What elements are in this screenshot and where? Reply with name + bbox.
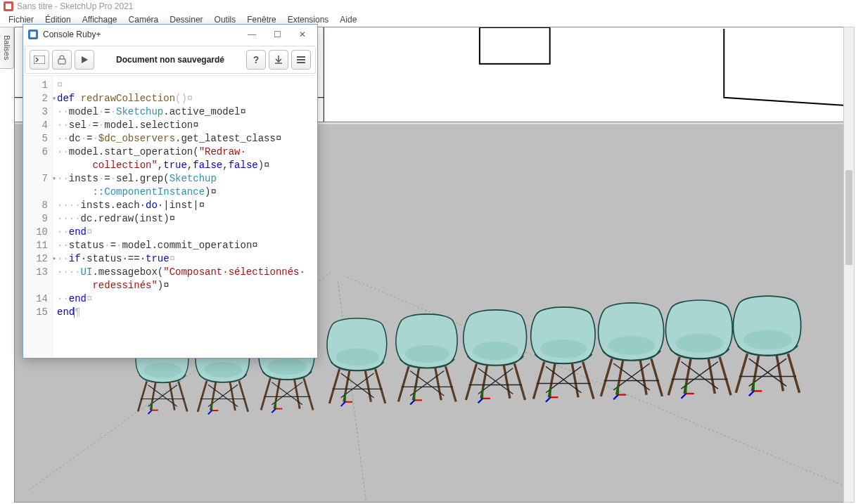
svg-rect-3	[480, 27, 550, 64]
menu-item[interactable]: Aide	[334, 13, 362, 26]
help-icon: ?	[253, 54, 260, 65]
console-titlebar[interactable]: Console Ruby+ — ☐ ✕	[23, 25, 317, 44]
line-number	[23, 159, 48, 172]
main-title-text: Sans titre - SketchUp Pro 2021	[17, 1, 133, 11]
line-number: 1	[23, 79, 48, 92]
chair-instance	[531, 307, 595, 402]
svg-rect-20	[34, 56, 45, 64]
terminal-icon	[34, 56, 45, 64]
code-line: end¶	[57, 306, 313, 319]
line-number: 15	[23, 306, 48, 319]
main-titlebar: Sans titre - SketchUp Pro 2021	[0, 0, 856, 13]
svg-rect-1	[6, 4, 11, 9]
code-line: collection",true,false,false)¤	[57, 159, 313, 172]
code-line: redessinés")¤	[57, 279, 313, 292]
hamburger-icon	[296, 56, 306, 64]
help-button[interactable]: ?	[246, 50, 266, 70]
svg-rect-19	[30, 32, 36, 37]
code-line: ····dc.redraw(inst)¤	[57, 212, 313, 226]
menu-button[interactable]	[291, 50, 311, 70]
app-root: Sans titre - SketchUp Pro 2021 Fichier É…	[0, 0, 856, 504]
line-number: 8	[23, 199, 48, 212]
sketchup-logo-icon	[3, 1, 14, 12]
run-script-button[interactable]	[75, 50, 94, 70]
minimize-button[interactable]: —	[241, 27, 262, 41]
close-button[interactable]: ✕	[292, 27, 313, 41]
chair-instance	[733, 296, 800, 396]
code-line: def redrawCollection()¤	[57, 92, 313, 105]
line-number: 9	[23, 212, 48, 226]
line-number: 14	[23, 292, 48, 306]
line-number: 10	[23, 226, 48, 239]
line-number: 12	[23, 252, 48, 266]
open-file-button[interactable]	[52, 50, 72, 70]
lock-icon	[57, 55, 67, 65]
line-number: 6	[23, 146, 48, 159]
chair-instance	[665, 300, 732, 399]
chair-instance	[464, 310, 527, 403]
console-toolbar: Document non sauvegardé ?	[25, 46, 316, 74]
line-number: 13	[23, 266, 48, 279]
download-icon	[274, 55, 283, 65]
code-line: ··end¤	[57, 292, 313, 306]
svg-rect-21	[58, 59, 65, 64]
line-number: 5	[23, 132, 48, 146]
code-line: ··model.start_operation("Redraw·	[57, 146, 313, 159]
chair-instance	[327, 318, 387, 406]
scrollbar-thumb[interactable]	[845, 170, 852, 265]
code-line: ::ComponentInstance)¤	[57, 186, 313, 199]
balises-tray-tab[interactable]: Balises	[0, 27, 14, 69]
code-line: ··model·=·Sketchup.active_model¤	[57, 105, 313, 119]
chair-instance	[599, 303, 664, 399]
code-line: ··sel·=·model.selection¤	[57, 119, 313, 132]
line-number	[23, 186, 48, 199]
line-number: 3	[23, 105, 48, 119]
ruby-console-window: Console Ruby+ — ☐ ✕ Document non sauvega…	[23, 24, 318, 358]
line-number: 11	[23, 239, 48, 252]
code-editor[interactable]: 123456 7 8910111213 1415 ¤def redrawColl…	[23, 75, 317, 358]
viewport-vertical-scrollbar[interactable]	[843, 27, 855, 503]
code-line: ··status·=·model.commit_operation¤	[57, 239, 313, 252]
maximize-button[interactable]: ☐	[267, 27, 288, 41]
code-area[interactable]: ¤def redrawCollection()¤··model·=·Sketch…	[53, 76, 317, 358]
code-line: ····insts.each·do·|inst|¤	[57, 199, 313, 212]
line-number: 4	[23, 119, 48, 132]
code-line: ····UI.messagebox("Composant·sélectionné…	[57, 266, 313, 279]
svg-marker-22	[82, 56, 88, 63]
chair-instance	[396, 314, 457, 405]
save-download-button[interactable]	[269, 50, 288, 70]
code-line: ··dc·=·$dc_observers.get_latest_class¤	[57, 132, 313, 146]
console-status-text: Document non sauvegardé	[97, 55, 243, 65]
line-number-gutter: 123456 7 8910111213 1415	[23, 76, 53, 358]
console-toggle-button[interactable]	[30, 50, 49, 70]
play-icon	[80, 56, 89, 64]
code-line: ··if·status·==·true¤	[57, 252, 313, 266]
sketchup-logo-icon	[27, 29, 39, 40]
code-line: ¤	[57, 79, 313, 92]
line-number	[23, 279, 48, 292]
code-line: ··insts·=·sel.grep(Sketchup	[57, 172, 313, 186]
code-line: ··end¤	[57, 226, 313, 239]
console-title-text: Console Ruby+	[43, 30, 101, 39]
line-number: 2	[23, 92, 48, 105]
line-number: 7	[23, 172, 48, 186]
